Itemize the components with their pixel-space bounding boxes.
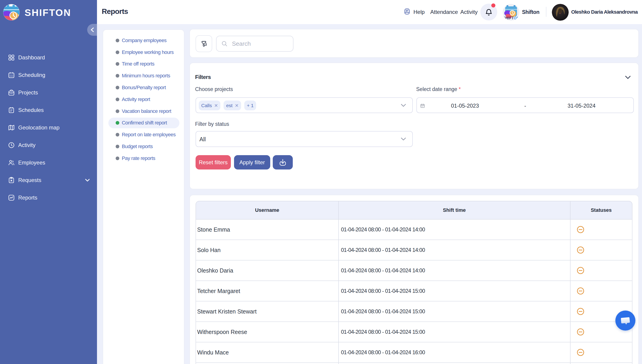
svg-text:SHIFTON: SHIFTON	[503, 16, 519, 20]
